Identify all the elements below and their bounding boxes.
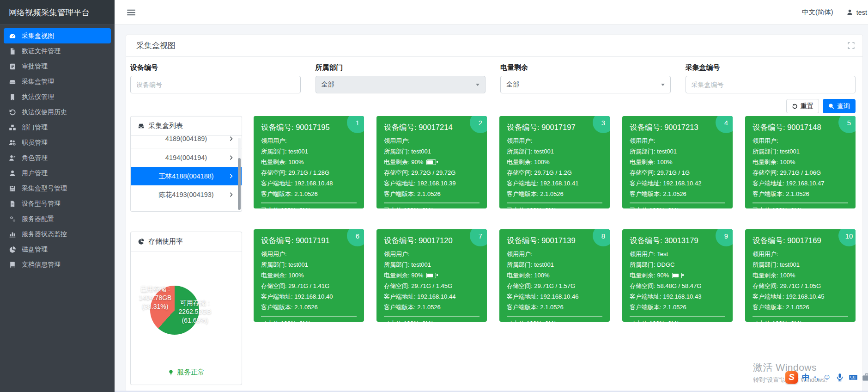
- reset-button[interactable]: 重置: [786, 99, 819, 113]
- sidebar-item-disk[interactable]: 磁盘管理: [4, 242, 111, 257]
- card-divider: [507, 202, 602, 203]
- sidebar-item-label: 采集盒型号管理: [22, 184, 67, 193]
- card-device-no: 设备编号: 30013179: [630, 236, 725, 246]
- card-upload-status: 已上传 100%, 0M/s: [261, 206, 357, 208]
- filter-select[interactable]: 全部: [500, 76, 671, 93]
- sidebar-item-user[interactable]: 用户管理: [4, 165, 111, 181]
- sidebar-item-label: 设备型号管理: [22, 200, 61, 208]
- card-dept: 所属部门: test001: [384, 146, 480, 157]
- sidebar-item-box-manage[interactable]: 采集盒管理: [4, 74, 111, 89]
- card-storage: 存储空间: 29.71G / 1.57G: [507, 281, 602, 291]
- storage-panel-body: 已用存储 :1404.78GB(38.31%) 可用存储 :2262.52GB(…: [131, 251, 242, 384]
- gears-icon: [7, 215, 18, 223]
- sidebar: 网络视频采集管理平台 采集盒视图数证文件管理审批管理采集盒管理执法仪管理执法仪使…: [0, 0, 115, 392]
- sim-icon: [7, 200, 18, 208]
- card-client-addr: 客户端地址: 192.168.10.41: [507, 178, 602, 189]
- users-gear-icon: [7, 139, 18, 147]
- brand-title: 网络视频采集管理平台: [9, 7, 90, 18]
- page-card: 采集盒视图 设备编号所属部门全部电量剩余全部采集盒编号 重置 查询: [126, 35, 862, 392]
- sidebar-menu: 采集盒视图数证文件管理审批管理采集盒管理执法仪管理执法仪使用历史部门管理职员管理…: [0, 25, 115, 276]
- sidebar-item-role[interactable]: 角色管理: [4, 150, 111, 165]
- device-card: 1设备编号: 90017195领用用户: 所属部门: test001电量剩余: …: [254, 116, 364, 208]
- sidebar-item-evidence-files[interactable]: 数证文件管理: [4, 43, 111, 59]
- device-list-item[interactable]: 4189(004189): [131, 136, 242, 148]
- caret-down-icon: [476, 84, 480, 86]
- sidebar-item-server-status[interactable]: 服务器状态监控: [4, 227, 111, 242]
- device-list-item[interactable]: 陈花4193(004193): [131, 185, 242, 204]
- card-client-addr: 客户端地址: 192.168.10.39: [384, 178, 480, 189]
- menu-toggle-icon[interactable]: [127, 8, 136, 17]
- ime-emoji[interactable]: ☺: [823, 373, 831, 382]
- card-battery: 电量剩余: 100%: [261, 157, 357, 167]
- card-storage: 存储空间: 29.71G / 1.41G: [261, 281, 357, 291]
- user-check-icon: [7, 154, 18, 162]
- ime-lang-mode[interactable]: 中: [802, 372, 810, 383]
- device-list-item[interactable]: 4194(004194): [131, 148, 242, 167]
- card-upload-status: 已上传 100%, 0M/s: [753, 319, 848, 322]
- card-device-no: 设备编号: 90017148: [753, 122, 848, 133]
- toolbox-icon[interactable]: [862, 373, 868, 382]
- battery-icon: [426, 159, 436, 165]
- device-card: 8设备编号: 90017139领用用户: 所属部门: test001电量剩余: …: [499, 229, 610, 322]
- keyboard-icon[interactable]: [849, 373, 858, 382]
- filter-field-3: 电量剩余全部: [500, 63, 671, 93]
- sidebar-item-recorder-manage[interactable]: 执法仪管理: [4, 89, 111, 104]
- language-selector[interactable]: 中文(简体): [802, 8, 833, 17]
- sidebar-item-box-view[interactable]: 采集盒视图: [4, 28, 111, 43]
- mic-icon[interactable]: [835, 373, 844, 382]
- device-list-item[interactable]: 王林4188(004188): [131, 167, 242, 185]
- sidebar-item-approval[interactable]: 审批管理: [4, 59, 111, 74]
- ime-punctuation[interactable]: ·,: [814, 373, 819, 382]
- card-battery: 电量剩余: 100%: [261, 270, 357, 281]
- page-card-body: 设备编号所属部门全部电量剩余全部采集盒编号 重置 查询: [126, 57, 862, 385]
- filter-label: 采集盒编号: [686, 63, 856, 72]
- card-user: 领用用户: Test: [630, 249, 725, 259]
- search-button[interactable]: 查询: [823, 99, 856, 113]
- sidebar-item-recorder-history[interactable]: 执法仪使用历史: [4, 104, 111, 120]
- sidebar-item-device-model[interactable]: 设备型号管理: [4, 196, 111, 211]
- select-value: 全部: [506, 80, 519, 89]
- pie-chart-icon: [138, 238, 145, 245]
- sidebar-item-label: 角色管理: [22, 154, 48, 162]
- chevron-right-icon: [229, 192, 234, 197]
- search-icon: [828, 103, 834, 109]
- sidebar-item-label: 磁盘管理: [22, 245, 48, 254]
- list-scrollbar[interactable]: [238, 138, 241, 210]
- sidebar-item-box-model[interactable]: 采集盒型号管理: [4, 181, 111, 196]
- card-divider: [261, 316, 357, 317]
- list-scrollbar-thumb[interactable]: [238, 158, 241, 210]
- card-device-no: 设备编号: 90017214: [384, 122, 480, 133]
- sidebar-item-doc-info[interactable]: 文档信息管理: [4, 257, 111, 272]
- notebook-icon: [7, 63, 18, 70]
- device-list-item-label: 陈花4193(004193): [158, 190, 213, 199]
- storage-usage-panel: 存储使用率 已用存储 :1404.78GB(38.31%) 可用存储 :2262…: [130, 232, 242, 385]
- card-dept: 所属部门: test001: [261, 259, 357, 270]
- chevron-right-icon: [229, 136, 234, 141]
- card-client-ver: 客户端版本: 2.1.0526: [384, 302, 480, 312]
- device-card: 10设备编号: 90017169领用用户: 所属部门: test001电量剩余:…: [745, 229, 856, 322]
- storage-panel-header: 存储使用率: [131, 232, 242, 251]
- filter-input[interactable]: [686, 76, 856, 93]
- page-title: 采集盒视图: [136, 40, 176, 51]
- card-storage: 存储空间: 29.72G / 29.72G: [384, 167, 480, 178]
- top-navbar: 中文(简体) test: [115, 0, 868, 25]
- card-device-no: 设备编号: 90017169: [753, 236, 848, 246]
- mobile-icon: [7, 93, 18, 101]
- card-device-no: 设备编号: 90017195: [261, 122, 357, 133]
- filter-select[interactable]: 全部: [316, 76, 486, 93]
- sidebar-item-department[interactable]: 部门管理: [4, 120, 111, 135]
- sidebar-item-server-config[interactable]: 服务器配置: [4, 211, 111, 227]
- filter-input[interactable]: [130, 76, 301, 93]
- device-card: 5设备编号: 90017148领用用户: 所属部门: test001电量剩余: …: [745, 116, 856, 208]
- fullscreen-icon[interactable]: [848, 42, 855, 49]
- sogou-logo[interactable]: S: [785, 371, 798, 384]
- sidebar-item-staff[interactable]: 职员管理: [4, 135, 111, 150]
- device-card-grid: 1设备编号: 90017195领用用户: 所属部门: test001电量剩余: …: [254, 116, 856, 385]
- card-user: 领用用户:: [507, 249, 602, 259]
- filter-field-4: 采集盒编号: [686, 63, 856, 93]
- ime-toolbar: S中·,☺: [785, 369, 868, 385]
- user-menu[interactable]: test: [846, 9, 867, 16]
- card-divider: [630, 316, 725, 317]
- battery-icon: [672, 273, 682, 278]
- card-divider: [384, 316, 480, 317]
